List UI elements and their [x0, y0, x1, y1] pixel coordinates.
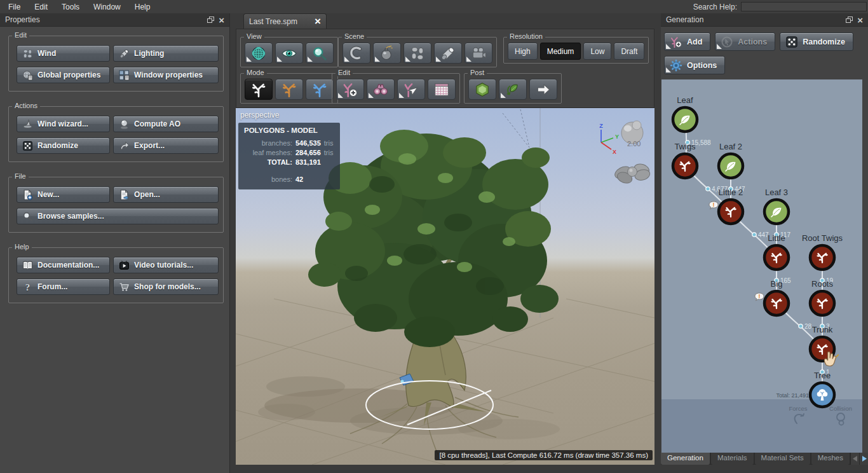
- leaf-refresh-button[interactable]: [499, 79, 527, 100]
- new-button[interactable]: New...: [17, 186, 110, 203]
- tabs-scroll-right-icon[interactable]: [859, 453, 868, 465]
- menu-item-help[interactable]: Help: [128, 0, 158, 13]
- close-panel-icon[interactable]: ×: [219, 15, 224, 25]
- menu-item-tools[interactable]: Tools: [55, 0, 86, 13]
- bottom-tab-meshes[interactable]: Meshes: [811, 453, 850, 465]
- bottom-tab-materials[interactable]: Materials: [711, 453, 754, 465]
- tree-blue-button[interactable]: [306, 79, 334, 100]
- actions-button[interactable]: Actions: [715, 32, 775, 51]
- forum-button[interactable]: ? Forum...: [17, 278, 110, 295]
- browse-samples-button[interactable]: Browse samples...: [17, 208, 219, 224]
- button-label: Wind wizard...: [37, 120, 88, 128]
- hexagon-green-button[interactable]: [468, 79, 496, 100]
- application-window: FileEditToolsWindowHelp Search Help: Pro…: [0, 0, 868, 473]
- search-help-input[interactable]: [741, 2, 867, 11]
- add-button[interactable]: Add: [664, 32, 710, 51]
- video-tutorials-button[interactable]: Video tutorials...: [113, 257, 219, 273]
- branch-add-button[interactable]: [336, 79, 364, 100]
- menu-item-file[interactable]: File: [1, 0, 27, 13]
- binoculars-button[interactable]: [367, 79, 395, 100]
- menu-item-window[interactable]: Window: [86, 0, 128, 13]
- button-label: Documentation...: [37, 261, 99, 270]
- compute-status-bar: [8 cpu threads], Last Compute 616.72 ms …: [435, 450, 653, 460]
- shop-for-models-button[interactable]: Shop for models...: [113, 278, 219, 295]
- button-label: Randomize: [803, 38, 845, 46]
- graph-node-roots[interactable]: Roots: [810, 279, 834, 315]
- polygons-row: leaf meshes:284,656tris: [244, 148, 334, 158]
- arrow-right-white-button[interactable]: [529, 79, 557, 100]
- graph-node-leaf-3[interactable]: Leaf 3: [764, 188, 789, 224]
- export-button[interactable]: Export...: [113, 137, 219, 154]
- generation-panel: Generation × Add Actions Randomize Optio…: [661, 13, 868, 473]
- eye-button[interactable]: [275, 43, 303, 64]
- graph-node-leaf-2[interactable]: Leaf 2: [719, 142, 743, 178]
- branch-arrow-button[interactable]: [397, 79, 425, 100]
- polygons-overlay: POLYGONS - MODEL branches:546,535tris le…: [238, 123, 340, 189]
- camera-button[interactable]: [465, 43, 492, 64]
- branch-arrow-icon: [403, 81, 419, 98]
- fan-gray-button[interactable]: [403, 43, 431, 64]
- edge-marker[interactable]: [752, 233, 756, 236]
- spotlight-gray-button[interactable]: [434, 43, 462, 64]
- tab-close-icon[interactable]: ×: [315, 16, 321, 27]
- group-label: Scene: [342, 32, 367, 40]
- graph-node-little[interactable]: Little: [764, 233, 789, 270]
- open-button[interactable]: Open...: [113, 186, 219, 203]
- polygons-row: bones:42: [244, 175, 334, 184]
- button-label: Compute AO: [134, 120, 180, 128]
- spotlight-gray-icon: [440, 45, 456, 62]
- magnifier-teal-button[interactable]: [306, 43, 334, 64]
- wire-globe-button[interactable]: [245, 43, 273, 64]
- global-properties-button[interactable]: Global properties: [17, 67, 110, 83]
- axis-gizmo-icon: Z Y X: [599, 123, 619, 155]
- resolution-low-button[interactable]: Low: [583, 43, 611, 60]
- document-tab[interactable]: Last Tree.spm ×: [243, 13, 327, 29]
- bottom-tab-generation[interactable]: Generation: [661, 453, 710, 465]
- grid-sheet-button[interactable]: [428, 79, 456, 100]
- wind-fan-widget[interactable]: [613, 162, 651, 185]
- resolution-high-button[interactable]: High: [508, 43, 538, 60]
- edge-marker[interactable]: [706, 187, 710, 191]
- close-panel-icon[interactable]: ×: [857, 15, 863, 25]
- export-arrow-icon: [119, 141, 130, 151]
- button-label: Export...: [134, 141, 165, 150]
- resolution-draft-button[interactable]: Draft: [614, 43, 644, 60]
- bottom-tab-material-sets[interactable]: Material Sets: [755, 453, 810, 465]
- generation-bottom-tabs: GenerationMaterialsMaterial SetsMeshesMa…: [661, 453, 868, 465]
- node-label: Root Twigs: [802, 233, 843, 243]
- panel-bottom-strip: [661, 465, 868, 473]
- viewport-3d[interactable]: Z Y X: [236, 108, 654, 465]
- edge-marker[interactable]: [799, 324, 803, 328]
- actions-cursor-icon: [721, 36, 733, 48]
- bomb-button[interactable]: [373, 43, 401, 64]
- button-label: Add: [687, 38, 702, 46]
- float-panel-icon[interactable]: [207, 17, 214, 23]
- resolution-medium-button[interactable]: Medium: [540, 43, 581, 60]
- wind-wizard-button[interactable]: Wind wizard...: [17, 116, 110, 132]
- randomize-button[interactable]: Randomize: [780, 32, 853, 51]
- eye-icon: [281, 45, 297, 62]
- graph-node-twigs[interactable]: Twigs: [673, 142, 697, 178]
- group-label: Actions: [12, 102, 40, 109]
- menu-item-edit[interactable]: Edit: [27, 0, 55, 13]
- options-button[interactable]: Options: [664, 56, 725, 74]
- camera-mode-label[interactable]: perspective: [240, 111, 279, 120]
- group-label: Edit: [336, 69, 353, 76]
- wind-button[interactable]: Wind: [17, 45, 110, 62]
- edge-count-label: 28: [804, 323, 812, 330]
- tree-orange-button[interactable]: [275, 79, 303, 100]
- window-properties-button[interactable]: Window properties: [113, 67, 219, 83]
- compute-ao-button[interactable]: Compute AO: [113, 116, 219, 132]
- float-panel-icon[interactable]: [846, 17, 853, 23]
- randomize-button[interactable]: Randomize: [17, 137, 110, 154]
- tabs-scroll-left-icon[interactable]: [850, 453, 859, 465]
- node-label: Tree: [814, 371, 831, 380]
- documentation-button[interactable]: Documentation...: [17, 257, 110, 273]
- magnet-button[interactable]: [342, 43, 370, 64]
- bomb-icon: [379, 45, 395, 62]
- tree-white-icon: [250, 81, 267, 98]
- svg-text:Z: Z: [599, 123, 603, 129]
- lighting-button[interactable]: Lighting: [113, 45, 219, 62]
- menu-items: FileEditToolsWindowHelp: [0, 0, 157, 13]
- tree-white-button[interactable]: [245, 79, 273, 100]
